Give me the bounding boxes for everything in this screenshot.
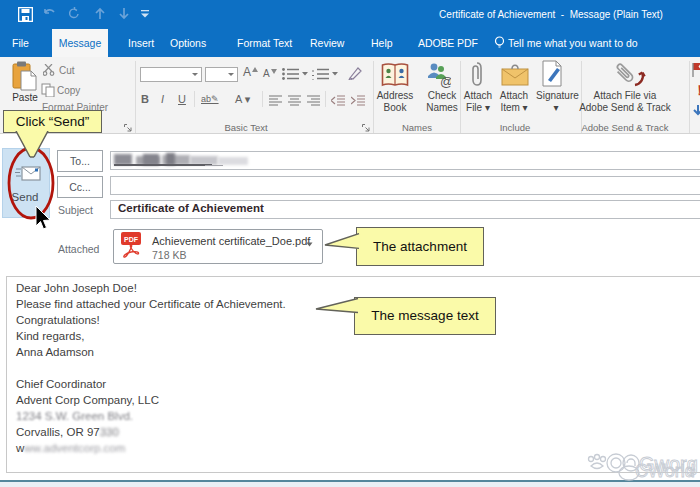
svg-text:PDF: PDF: [124, 236, 139, 243]
svg-text:@: @: [440, 74, 451, 88]
svg-text:CWorld: CWorld: [635, 461, 695, 481]
